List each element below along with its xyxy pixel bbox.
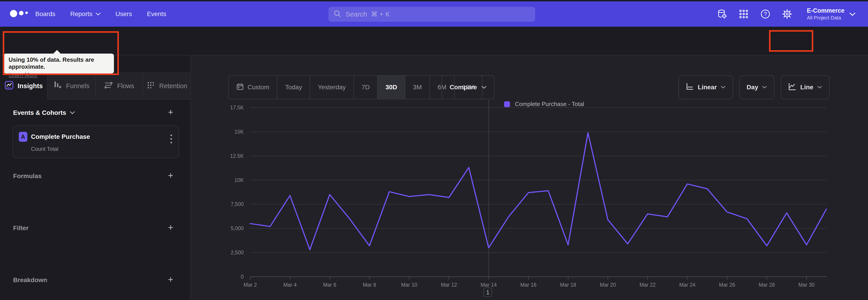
search-bar[interactable]: [329, 7, 535, 22]
y-axis-label: 12.5K: [230, 153, 244, 159]
event-letter-badge: A: [19, 132, 27, 142]
chart-display-controls: Linear Day Line: [678, 75, 830, 99]
nav-item-label: Reports: [70, 10, 92, 18]
funnels-icon: [53, 81, 62, 91]
breakdown-header: Breakdown: [13, 276, 47, 284]
tab-label: Insights: [18, 82, 43, 90]
nav-item-reports[interactable]: Reports: [70, 10, 101, 18]
retention-icon: [147, 81, 155, 91]
chart-type-dropdown[interactable]: Line: [781, 75, 830, 99]
calendar-icon: [236, 83, 244, 92]
interval-label: Day: [747, 84, 758, 91]
chevron-down-icon: [849, 12, 855, 16]
y-axis-label: 17.5K: [230, 105, 244, 111]
x-axis-label: Mar 2: [244, 282, 257, 288]
y-axis-label: 10K: [235, 177, 244, 183]
chart-line-series: [250, 133, 827, 249]
x-axis-label: Mar 28: [759, 282, 775, 288]
tab-label: Funnels: [66, 82, 89, 90]
add-event-button[interactable]: +: [166, 108, 175, 117]
project-info: E-Commerce All Project Data: [807, 7, 844, 21]
range-label: 7D: [362, 84, 370, 91]
y-axis-label: 2,500: [230, 249, 244, 256]
tab-label: Flows: [117, 82, 134, 90]
x-axis-label: Mar 22: [640, 282, 656, 288]
divider: [190, 55, 191, 300]
tab-label: Retention: [159, 82, 187, 90]
chart-type-label: Line: [800, 84, 813, 91]
search-input[interactable]: [346, 10, 530, 18]
nav-item-events[interactable]: Events: [147, 10, 166, 18]
tooltip-text: Using 10% of data. Results are approxima…: [8, 56, 109, 70]
nav-menu: Boards Reports Users Events: [35, 1, 166, 27]
scale-dropdown[interactable]: Linear: [678, 75, 733, 99]
chevron-down-icon: [70, 111, 75, 114]
range-7d[interactable]: 7D: [353, 76, 377, 99]
help-icon[interactable]: ?: [760, 9, 771, 19]
line-chart[interactable]: 02,5005,0007,50010K12.5K15K17.5KMar 2Mar…: [230, 99, 850, 300]
chevron-down-icon: [762, 86, 767, 89]
chevron-down-icon: [721, 86, 726, 89]
range-yesterday[interactable]: Yesterday: [310, 76, 353, 99]
x-axis-label: Mar 6: [323, 282, 336, 288]
x-axis-label: Mar 16: [520, 282, 537, 288]
range-3m[interactable]: 3M: [405, 76, 430, 99]
linear-scale-icon: [686, 83, 694, 92]
line-chart-icon: [788, 83, 796, 92]
sampling-tooltip: Using 10% of data. Results are approxima…: [4, 54, 114, 73]
event-name: Complete Purchase: [31, 133, 90, 140]
x-axis-label: Mar 24: [679, 282, 695, 288]
chevron-down-icon: [817, 86, 822, 89]
insights-icon: [4, 81, 13, 91]
chart-pane: Custom Today Yesterday 7D 30D 3M 6M 12M …: [191, 55, 868, 300]
chevron-down-icon: [482, 86, 487, 89]
add-formula-button[interactable]: +: [166, 171, 175, 180]
add-filter-button[interactable]: +: [166, 223, 175, 232]
nav-item-users[interactable]: Users: [116, 10, 132, 18]
x-axis-label: Mar 20: [600, 282, 616, 288]
mixpanel-logo-icon[interactable]: [10, 10, 30, 19]
range-30d[interactable]: 30D: [377, 76, 405, 99]
pagination-page-1[interactable]: 1: [484, 288, 492, 297]
learn-more-link[interactable]: Learn More: [8, 72, 37, 78]
filter-header: Filter: [13, 224, 29, 232]
x-axis-label: Mar 8: [363, 282, 376, 288]
y-axis-label: 7,500: [230, 201, 244, 207]
nav-item-boards[interactable]: Boards: [35, 10, 55, 18]
event-aggregation[interactable]: Count Total: [31, 146, 58, 152]
scale-label: Linear: [698, 84, 717, 91]
interval-dropdown[interactable]: Day: [739, 75, 774, 99]
chevron-down-icon: [96, 12, 101, 16]
x-axis-label: Mar 4: [283, 282, 297, 288]
x-axis-label: Mar 10: [401, 282, 417, 288]
data-management-icon[interactable]: [717, 9, 727, 19]
formulas-header: Formulas: [13, 173, 41, 180]
project-switcher[interactable]: E-Commerce All Project Data: [804, 7, 855, 21]
events-cohorts-header[interactable]: Events & Cohorts: [13, 109, 75, 116]
search-icon: [333, 10, 342, 19]
report-title-bar: Untitled Sampled + Add description... Sa…: [0, 27, 868, 55]
compare-label: Compare: [450, 84, 477, 91]
section-label: Formulas: [13, 173, 41, 180]
range-label: Yesterday: [318, 84, 346, 91]
settings-gear-icon[interactable]: [782, 9, 792, 19]
x-axis-label: Mar 12: [441, 282, 457, 288]
x-axis-label: Mar 30: [798, 282, 815, 288]
range-today[interactable]: Today: [277, 76, 310, 99]
compare-button[interactable]: Compare: [441, 75, 495, 99]
range-custom[interactable]: Custom: [228, 76, 277, 99]
query-builder-sidebar: Insights Funnels Flows Retention Events …: [0, 55, 191, 300]
event-kebab-menu-icon[interactable]: [170, 134, 172, 149]
add-breakdown-button[interactable]: +: [166, 275, 175, 284]
apps-grid-icon[interactable]: [739, 9, 749, 19]
x-axis-label: Mar 18: [560, 282, 577, 288]
range-label: 30D: [385, 84, 397, 91]
y-axis-label: 15K: [235, 129, 244, 135]
nav-icon-cluster: ? E-Commerce All Project Data: [717, 1, 855, 27]
tab-retention[interactable]: Retention: [143, 72, 191, 99]
range-label: Custom: [248, 84, 269, 91]
event-card[interactable]: A Complete Purchase Count Total: [12, 125, 179, 158]
y-axis-label: 0: [241, 274, 244, 280]
app-root: Boards Reports Users Events ?: [0, 0, 868, 300]
project-name: E-Commerce: [807, 7, 844, 14]
